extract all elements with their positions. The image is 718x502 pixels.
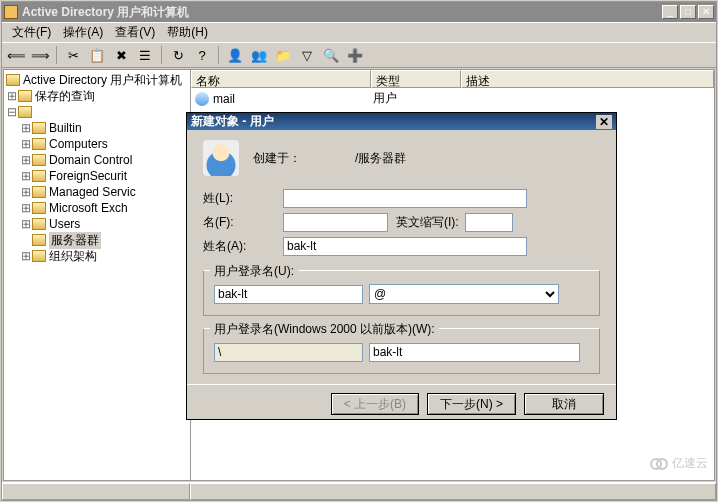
tree-root[interactable]: Active Directory 用户和计算机 xyxy=(23,72,182,89)
menubar: 文件(F) 操作(A) 查看(V) 帮助(H) xyxy=(2,22,716,42)
filter-icon[interactable]: ▽ xyxy=(297,45,317,65)
folder-icon xyxy=(32,218,46,230)
dialog-title: 新建对象 - 用户 xyxy=(191,113,274,130)
folder-icon xyxy=(32,154,46,166)
dialog-body: 创建于： /服务器群 姓(L): 名(F): 英文缩写(I): 姓名(A): 用… xyxy=(187,130,616,384)
list-header: 名称 类型 描述 xyxy=(191,70,714,88)
full-name-label: 姓名(A): xyxy=(203,238,283,255)
folder-icon xyxy=(6,74,20,86)
cell-name: mail xyxy=(213,92,373,106)
expand-icon[interactable]: ⊞ xyxy=(20,185,32,199)
initials-label: 英文缩写(I): xyxy=(396,214,459,231)
watermark-icon xyxy=(656,458,668,470)
col-type[interactable]: 类型 xyxy=(371,70,461,88)
dialog-buttons: < 上一步(B) 下一步(N) > 取消 xyxy=(187,384,616,423)
toolbar-separator xyxy=(56,46,57,64)
watermark-text: 亿速云 xyxy=(672,455,708,472)
toolbar-separator xyxy=(161,46,162,64)
expand-icon[interactable]: ⊞ xyxy=(20,201,32,215)
maximize-button[interactable]: □ xyxy=(680,5,696,19)
first-name-input[interactable] xyxy=(283,213,388,232)
new-ou-icon[interactable]: 📁 xyxy=(273,45,293,65)
statusbar-pane xyxy=(190,483,716,500)
menu-view[interactable]: 查看(V) xyxy=(109,22,161,43)
help-icon[interactable]: ? xyxy=(192,45,212,65)
initials-input[interactable] xyxy=(465,213,513,232)
expand-icon[interactable]: ⊞ xyxy=(20,153,32,167)
tree-saved[interactable]: 保存的查询 xyxy=(35,88,95,105)
forward-icon[interactable]: ⟹ xyxy=(30,45,50,65)
folder-icon xyxy=(32,186,46,198)
expand-icon[interactable]: ⊞ xyxy=(20,137,32,151)
created-in-value: /服务器群 xyxy=(355,150,406,167)
legacy-user-input[interactable] xyxy=(369,343,580,362)
refresh-icon[interactable]: ↻ xyxy=(168,45,188,65)
tree-dc[interactable]: Domain Control xyxy=(49,153,132,167)
cell-type: 用户 xyxy=(373,90,463,107)
folder-icon xyxy=(32,202,46,214)
legacy-logon-group: 用户登录名(Windows 2000 以前版本)(W): xyxy=(203,328,600,374)
paste-icon[interactable]: 📋 xyxy=(87,45,107,65)
cut-icon[interactable]: ✂ xyxy=(63,45,83,65)
last-name-input[interactable] xyxy=(283,189,527,208)
back-icon[interactable]: ⟸ xyxy=(6,45,26,65)
logon-group-label: 用户登录名(U): xyxy=(210,263,298,280)
menu-help[interactable]: 帮助(H) xyxy=(161,22,214,43)
folder-icon xyxy=(18,90,32,102)
delete-icon[interactable]: ✖ xyxy=(111,45,131,65)
statusbar-pane xyxy=(2,483,190,500)
user-icon xyxy=(195,92,209,106)
close-button[interactable]: ✕ xyxy=(698,5,714,19)
toolbar: ⟸ ⟹ ✂ 📋 ✖ ☰ ↻ ? 👤 👥 📁 ▽ 🔍 ➕ xyxy=(2,42,716,68)
dialog-close-button[interactable]: ✕ xyxy=(596,115,612,129)
dialog-titlebar: 新建对象 - 用户 ✕ xyxy=(187,113,616,130)
toolbar-separator xyxy=(218,46,219,64)
minimize-button[interactable]: _ xyxy=(662,5,678,19)
tree-msa[interactable]: Managed Servic xyxy=(49,185,136,199)
collapse-icon[interactable]: ⊟ xyxy=(6,105,18,119)
properties-icon[interactable]: ☰ xyxy=(135,45,155,65)
col-name[interactable]: 名称 xyxy=(191,70,371,88)
add-icon[interactable]: ➕ xyxy=(345,45,365,65)
expand-icon[interactable]: ⊞ xyxy=(20,249,32,263)
folder-icon xyxy=(18,106,32,118)
folder-icon xyxy=(32,250,46,262)
legacy-domain-input xyxy=(214,343,363,362)
legacy-group-label: 用户登录名(Windows 2000 以前版本)(W): xyxy=(210,321,439,338)
logon-group: 用户登录名(U): @ xyxy=(203,270,600,316)
expand-icon[interactable]: ⊞ xyxy=(20,121,32,135)
last-name-label: 姓(L): xyxy=(203,190,283,207)
tree-pane[interactable]: Active Directory 用户和计算机 ⊞保存的查询 ⊟ ⊞Builti… xyxy=(4,70,191,480)
tree-org[interactable]: 组织架构 xyxy=(49,248,97,265)
cancel-button[interactable]: 取消 xyxy=(524,393,604,415)
statusbar xyxy=(2,482,716,500)
find-icon[interactable]: 🔍 xyxy=(321,45,341,65)
tree-computers[interactable]: Computers xyxy=(49,137,108,151)
tree-fsp[interactable]: ForeignSecurit xyxy=(49,169,127,183)
created-in-label: 创建于： xyxy=(253,150,301,167)
watermark: 亿速云 xyxy=(650,455,708,472)
next-button[interactable]: 下一步(N) > xyxy=(427,393,516,415)
tree-servers[interactable]: 服务器群 xyxy=(49,232,101,249)
new-group-icon[interactable]: 👥 xyxy=(249,45,269,65)
list-row[interactable]: mail 用户 xyxy=(191,88,714,109)
new-user-icon[interactable]: 👤 xyxy=(225,45,245,65)
window-title: Active Directory 用户和计算机 xyxy=(22,4,660,21)
full-name-input[interactable] xyxy=(283,237,527,256)
col-desc[interactable]: 描述 xyxy=(461,70,714,88)
folder-icon xyxy=(32,138,46,150)
tree-builtin[interactable]: Builtin xyxy=(49,121,82,135)
tree-exch[interactable]: Microsoft Exch xyxy=(49,201,128,215)
expand-icon[interactable]: ⊞ xyxy=(20,217,32,231)
expand-icon[interactable]: ⊞ xyxy=(6,89,18,103)
menu-file[interactable]: 文件(F) xyxy=(6,22,57,43)
tree-users[interactable]: Users xyxy=(49,217,80,231)
domain-select[interactable]: @ xyxy=(369,284,559,304)
back-button: < 上一步(B) xyxy=(331,393,419,415)
menu-action[interactable]: 操作(A) xyxy=(57,22,109,43)
folder-icon xyxy=(32,170,46,182)
expand-icon[interactable]: ⊞ xyxy=(20,169,32,183)
logon-name-input[interactable] xyxy=(214,285,363,304)
titlebar: Active Directory 用户和计算机 _ □ ✕ xyxy=(2,2,716,22)
new-user-dialog: 新建对象 - 用户 ✕ 创建于： /服务器群 姓(L): 名(F): 英文缩写(… xyxy=(186,112,617,420)
